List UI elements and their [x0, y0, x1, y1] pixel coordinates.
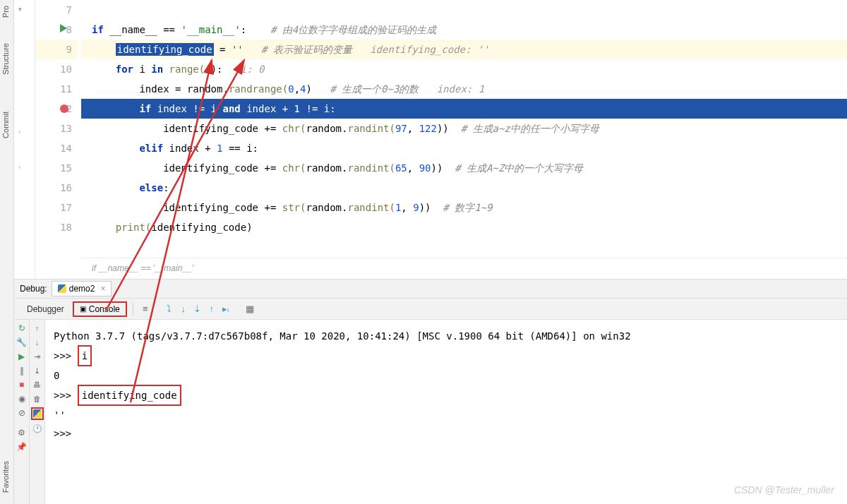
- console-input-highlight: i: [78, 345, 92, 366]
- close-icon[interactable]: ×: [100, 284, 105, 294]
- code-line: print(identifying_code): [81, 217, 847, 237]
- resume-icon[interactable]: ▶: [16, 351, 28, 362]
- code-line: else:: [81, 178, 847, 198]
- python-icon: [58, 284, 66, 293]
- code-line-breakpoint: if index != i and index + 1 != i:: [81, 99, 847, 119]
- step-over-icon[interactable]: ⤵: [163, 303, 176, 316]
- code-line: index = random.randrange(0,4) # 生成一个0~3的…: [81, 79, 847, 99]
- code-line: if __name__ == '__main__': # 由4位数字字母组成的验…: [81, 20, 847, 40]
- chevron-down-icon[interactable]: ▾: [18, 6, 22, 13]
- rerun-icon[interactable]: ↻: [16, 323, 28, 334]
- gutter-icons: [60, 0, 81, 279]
- console-line: >>> identifying_code: [54, 385, 839, 406]
- code-line: elif index + 1 == i:: [81, 138, 847, 158]
- scroll-end-icon[interactable]: ⤓: [32, 365, 43, 376]
- debug-header: Debug: demo2 ×: [14, 279, 847, 299]
- debug-side-toolbar: ↻ 🔧 ▶ ‖ ■ ◉ ⊘ ⚙ 📌: [14, 320, 30, 504]
- console-output[interactable]: Python 3.7.7 (tags/v3.7.7:d7c567b08f, Ma…: [45, 320, 847, 504]
- console-banner: Python 3.7.7 (tags/v3.7.7:d7c567b08f, Ma…: [54, 327, 839, 345]
- code-line-current: identifying_code = '' # 表示验证码的变量 identif…: [81, 40, 847, 59]
- pin-icon[interactable]: 📌: [16, 441, 28, 452]
- code-line: for i in range(4): i: 0: [81, 59, 847, 79]
- debug-label: Debug:: [20, 284, 47, 294]
- console-prompt[interactable]: >>>: [54, 424, 839, 443]
- selected-text: identifying_code: [116, 43, 214, 56]
- settings-icon[interactable]: ⚙: [16, 427, 28, 438]
- run-icon[interactable]: [60, 24, 71, 32]
- code-line: identifying_code += chr(random.randint(9…: [81, 119, 847, 138]
- console-line: >>> i: [54, 345, 839, 366]
- console-output-line: '': [54, 406, 839, 424]
- soft-wrap-icon[interactable]: ⇥: [32, 351, 43, 362]
- sidebar-favorites[interactable]: Favorites: [0, 457, 11, 497]
- fold-chevron-icon[interactable]: ›: [18, 164, 20, 171]
- code-line: identifying_code += chr(random.randint(6…: [81, 158, 847, 178]
- console-output-line: 0: [54, 366, 839, 385]
- watermark: CSDN @Tester_muller: [734, 484, 834, 496]
- debug-toolbar: Debugger ▣Console ≡ ⤵ ↓ ⇣ ↑ ▸ᵢ ▦: [14, 299, 847, 320]
- down-icon[interactable]: ↓: [32, 337, 43, 348]
- stop-icon[interactable]: ■: [16, 379, 28, 390]
- code-line: [81, 0, 847, 20]
- pause-icon[interactable]: ‖: [16, 365, 28, 376]
- clear-icon[interactable]: 🗑: [32, 393, 43, 404]
- step-into-my-code-icon[interactable]: ⇣: [191, 303, 204, 316]
- tab-console[interactable]: ▣Console: [73, 301, 127, 317]
- breakpoint-icon[interactable]: [60, 104, 68, 113]
- history-icon[interactable]: 🕐: [32, 423, 43, 434]
- debug-run-tab[interactable]: demo2 ×: [52, 281, 112, 296]
- step-into-icon[interactable]: ↓: [177, 303, 190, 316]
- sidebar-structure[interactable]: Structure: [0, 39, 11, 79]
- evaluate-icon[interactable]: ▦: [244, 303, 256, 316]
- console-side-toolbar: ↑ ↓ ⇥ ⤓ 🖶 🗑 🕐: [30, 320, 45, 504]
- print-icon[interactable]: 🖶: [32, 379, 43, 390]
- code-editor[interactable]: if __name__ == '__main__': # 由4位数字字母组成的验…: [81, 0, 847, 254]
- step-out-icon[interactable]: ↑: [205, 303, 218, 316]
- left-tool-strip: Pro Structure Commit Favorites: [0, 0, 14, 504]
- tab-debugger[interactable]: Debugger: [20, 301, 71, 317]
- view-breakpoints-icon[interactable]: ◉: [16, 393, 28, 404]
- fold-strip: ▾ › ›: [14, 0, 35, 279]
- run-to-cursor-icon[interactable]: ▸ᵢ: [220, 303, 232, 316]
- sidebar-commit[interactable]: Commit: [0, 107, 11, 143]
- sidebar-project[interactable]: Pro: [0, 1, 11, 22]
- python-console-icon[interactable]: [31, 407, 44, 420]
- settings-icon[interactable]: ≡: [139, 303, 152, 316]
- modify-icon[interactable]: 🔧: [16, 337, 28, 348]
- console-input-highlight: identifying_code: [78, 385, 181, 406]
- breadcrumb[interactable]: if __name__ == '__main__': [81, 258, 847, 277]
- code-line: identifying_code += str(random.randint(1…: [81, 198, 847, 217]
- mute-breakpoints-icon[interactable]: ⊘: [16, 407, 28, 419]
- up-icon[interactable]: ↑: [32, 323, 43, 334]
- fold-chevron-icon[interactable]: ›: [18, 128, 20, 136]
